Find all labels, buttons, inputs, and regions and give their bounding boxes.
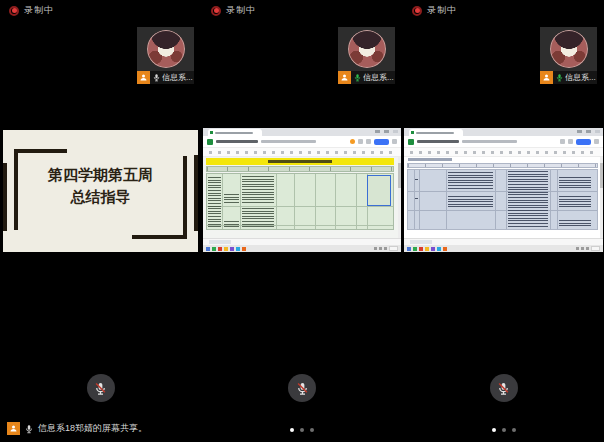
doc-header <box>203 136 401 148</box>
recording-label: 录制中 <box>24 4 54 17</box>
participant-avatar <box>550 30 588 68</box>
menu-icon <box>392 139 397 144</box>
slide-title: 第四学期第五周 总结指导 <box>3 164 198 208</box>
vertical-scrollbar <box>398 157 401 238</box>
doc-title-text <box>417 140 459 143</box>
presenter-person-icon <box>540 71 553 84</box>
spreadsheet-green <box>203 157 401 238</box>
slide-title-line2: 总结指导 <box>3 186 198 208</box>
microphone-active-icon <box>353 73 362 82</box>
participant-tile-bar: 信息系... <box>338 71 395 84</box>
page-dot[interactable] <box>502 428 506 432</box>
participant-tile[interactable]: 信息系... <box>137 27 194 84</box>
slide-title-line1: 第四学期第五周 <box>3 164 198 186</box>
shared-screen-spreadsheet-blue[interactable] <box>403 128 604 258</box>
page-dot-active[interactable] <box>290 428 294 432</box>
participant-name: 信息系... <box>363 72 394 83</box>
toolbar-icon <box>560 139 565 144</box>
shared-screen-spreadsheet-green[interactable] <box>202 128 402 258</box>
sheet-grid <box>206 173 394 230</box>
tab-favicon <box>210 131 213 134</box>
microphone-muted-icon <box>295 381 310 396</box>
avatar-dot-icon <box>350 139 355 144</box>
shared-browser-window <box>404 128 603 252</box>
participant-name: 信息系... <box>162 72 193 83</box>
toolbar-icon <box>366 139 371 144</box>
microphone-muted-icon <box>496 381 511 396</box>
presenter-person-icon <box>137 71 150 84</box>
participant-tile-bar: 信息系... <box>540 71 597 84</box>
record-dot-icon <box>9 6 19 16</box>
doc-header <box>404 136 603 148</box>
microphone-active-icon <box>555 73 564 82</box>
mute-mic-button[interactable] <box>490 374 518 402</box>
taskbar-clock <box>389 246 398 251</box>
sheet-toolbar <box>203 148 401 157</box>
window-controls <box>375 130 398 133</box>
doc-title-text <box>216 140 258 143</box>
spreadsheet-blue <box>404 157 603 238</box>
page-dot-active[interactable] <box>492 428 496 432</box>
microphone-icon <box>152 73 161 82</box>
screen-share-status: 信息系18郑婧的屏幕共享。 <box>7 422 147 435</box>
sheet-name-text <box>408 158 452 161</box>
sheet-grid <box>407 169 598 230</box>
page-dot[interactable] <box>300 428 304 432</box>
vertical-scrollbar <box>600 157 603 238</box>
browser-tabstrip <box>203 128 401 136</box>
presenter-person-icon <box>338 71 351 84</box>
window-controls <box>577 130 600 133</box>
mute-mic-button[interactable] <box>87 374 115 402</box>
record-dot-icon <box>211 6 221 16</box>
recording-indicator: 录制中 <box>412 4 457 17</box>
doc-icon <box>408 139 414 145</box>
microphone-icon <box>24 424 34 434</box>
doc-icon <box>207 139 213 145</box>
menu-icon <box>594 139 599 144</box>
presentation-slide: 第四学期第五周 总结指导 <box>3 130 198 252</box>
sheet-tab-bar <box>203 238 401 245</box>
participant-avatar <box>147 30 185 68</box>
browser-tab <box>409 129 463 136</box>
video-panel-2[interactable]: 录制中 信息系... <box>202 0 402 442</box>
page-indicator <box>290 428 314 432</box>
page-indicator <box>492 428 516 432</box>
recording-label: 录制中 <box>226 4 256 17</box>
browser-tab <box>208 129 262 136</box>
sheet-toolbar <box>404 148 603 157</box>
participant-tile[interactable]: 信息系... <box>338 27 395 84</box>
toolbar-icon <box>568 139 573 144</box>
participant-tile[interactable]: 信息系... <box>540 27 597 84</box>
taskbar-clock <box>591 246 600 251</box>
meeting-window: 录制中 信息系... <box>0 0 604 442</box>
doc-subtitle-text <box>261 140 316 143</box>
video-panel-3[interactable]: 录制中 信息系... <box>403 0 604 442</box>
doc-subtitle-text <box>462 140 517 143</box>
recording-indicator: 录制中 <box>211 4 256 17</box>
windows-taskbar <box>404 245 603 252</box>
share-button <box>374 139 389 145</box>
participant-tile-bar: 信息系... <box>137 71 194 84</box>
participant-avatar <box>348 30 386 68</box>
selected-cell <box>367 175 391 206</box>
microphone-muted-icon <box>93 381 108 396</box>
presenter-person-icon <box>7 422 20 435</box>
tab-favicon <box>411 131 414 134</box>
page-dot[interactable] <box>310 428 314 432</box>
shared-browser-window <box>203 128 401 252</box>
browser-tabstrip <box>404 128 603 136</box>
sheet-yellow-banner <box>206 158 394 165</box>
recording-label: 录制中 <box>427 4 457 17</box>
recording-indicator: 录制中 <box>9 4 54 17</box>
video-panel-1[interactable]: 录制中 信息系... <box>0 0 201 442</box>
windows-taskbar <box>203 245 401 252</box>
toolbar-icon <box>358 139 363 144</box>
sheet-column-header <box>407 163 598 168</box>
participant-name: 信息系... <box>565 72 596 83</box>
shared-screen-slide[interactable]: 第四学期第五周 总结指导 <box>0 128 201 258</box>
page-dot[interactable] <box>512 428 516 432</box>
record-dot-icon <box>412 6 422 16</box>
share-button <box>576 139 591 145</box>
sheet-tab-bar <box>404 238 603 245</box>
mute-mic-button[interactable] <box>288 374 316 402</box>
